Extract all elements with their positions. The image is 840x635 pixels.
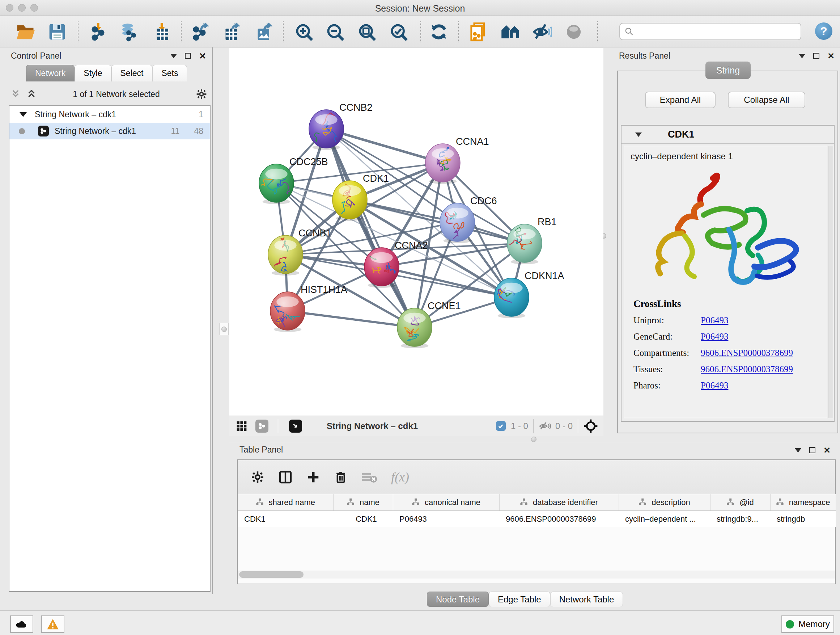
column-header-description[interactable]: description (619, 494, 710, 511)
network-node-CCNB2[interactable] (309, 110, 344, 150)
network-node-CDKN1A[interactable] (494, 278, 529, 318)
network-node-CCNB1[interactable] (268, 235, 303, 278)
collapse-all-networks-icon[interactable] (10, 89, 21, 100)
export-network-button[interactable] (189, 21, 210, 42)
node-table[interactable]: shared namenamecanonical namedatabase id… (238, 494, 836, 527)
column-header-id[interactable]: @id (710, 494, 770, 511)
first-neighbors-button[interactable] (500, 21, 521, 42)
panel-menu-icon[interactable] (795, 448, 801, 453)
column-header-shared-name[interactable]: shared name (238, 494, 333, 511)
tab-edge-table[interactable]: Edge Table (489, 592, 550, 607)
birds-eye-view-icon[interactable] (289, 420, 302, 432)
panel-float-icon[interactable] (809, 447, 815, 453)
memory-button[interactable]: Memory (782, 616, 834, 633)
panel-close-icon[interactable]: ✕ (199, 53, 206, 59)
tab-style[interactable]: Style (74, 65, 111, 81)
network-node-RB1[interactable] (503, 224, 542, 264)
search-box[interactable] (619, 23, 801, 40)
crosslink-link[interactable]: 9606.ENSP00000378699 (701, 364, 793, 374)
table-options-gear-icon[interactable] (251, 470, 264, 484)
crosslink-row: Tissues:9606.ENSP00000378699 (633, 364, 793, 374)
selected-count-checkbox-icon[interactable] (496, 421, 506, 431)
tab-network[interactable]: Network (26, 65, 74, 81)
entry-gene-name: CDK1 (668, 129, 695, 140)
save-session-button[interactable] (47, 21, 68, 42)
network-row-selected[interactable]: String Network – cdk1 11 48 (9, 123, 210, 139)
panel-menu-icon[interactable] (799, 54, 805, 58)
show-all-button[interactable] (563, 21, 584, 42)
column-header-canonical-name[interactable]: canonical name (393, 494, 499, 511)
column-header-namespace[interactable]: namespace (770, 494, 836, 511)
node-label-CCNE1: CCNE1 (428, 301, 461, 311)
search-input[interactable] (634, 27, 789, 36)
crosslink-label: Pharos: (633, 380, 701, 391)
import-string-file-button[interactable] (468, 21, 489, 42)
panel-float-icon[interactable] (813, 53, 819, 59)
expand-all-networks-icon[interactable] (26, 89, 37, 100)
panel-close-icon[interactable]: ✕ (827, 53, 835, 59)
network-options-gear-icon[interactable] (196, 88, 207, 100)
help-button[interactable]: ? (815, 22, 832, 40)
show-column-icon[interactable] (278, 470, 293, 485)
network-node-HIST1H1A[interactable] (270, 292, 305, 332)
crosslink-row: Pharos:P06493 (633, 380, 793, 391)
string-view-icon[interactable] (256, 420, 268, 432)
table-cell: stringdb:9... (710, 511, 770, 527)
export-table-button[interactable] (220, 21, 241, 42)
zoom-in-button[interactable] (294, 21, 314, 42)
column-attribute-icon (726, 498, 734, 506)
import-network-database-button[interactable] (118, 21, 139, 42)
entry-description: cyclin–dependent kinase 1 (630, 151, 827, 162)
tab-network-table[interactable]: Network Table (550, 592, 623, 607)
open-session-button[interactable] (15, 21, 36, 42)
tab-select[interactable]: Select (111, 65, 153, 81)
refresh-button[interactable] (428, 21, 449, 42)
toolbar-separator (283, 21, 284, 42)
table-row[interactable]: CDK1CDK1P064939606.ENSP00000378699cyclin… (238, 511, 836, 527)
left-splitter-handle[interactable] (219, 323, 229, 335)
export-table-icon (221, 22, 240, 42)
string-results-card: Expand All Collapse All CDK1 cyclin–depe… (617, 71, 838, 433)
zoom-fit-button[interactable] (356, 21, 377, 42)
column-header-name[interactable]: name (333, 494, 393, 511)
network-node-CDK1[interactable] (332, 179, 367, 221)
crosslink-link[interactable]: P06493 (701, 380, 728, 391)
delete-column-trash-icon[interactable] (334, 470, 347, 484)
grid-view-icon[interactable] (236, 420, 248, 432)
network-canvas[interactable]: CCNB2CCNA1CDC25BCDK1CDC6RB1CCNB1CCNA2CDK… (229, 48, 603, 416)
node-details-header[interactable]: CDK1 (622, 126, 834, 144)
crosslink-link[interactable]: 9606.ENSP00000378699 (701, 348, 793, 358)
tab-node-table[interactable]: Node Table (427, 592, 489, 607)
import-network-button[interactable] (88, 21, 109, 42)
bottom-splitter-handle[interactable] (527, 437, 540, 442)
warning-icon (47, 618, 59, 630)
network-node-CCNE1[interactable] (397, 308, 432, 348)
tab-string[interactable]: String (706, 62, 751, 79)
warnings-button[interactable] (41, 616, 65, 633)
expand-all-button[interactable]: Expand All (645, 92, 715, 108)
cloud-status-button[interactable] (10, 616, 33, 633)
import-table-button[interactable] (151, 21, 172, 42)
column-header-database-identifier[interactable]: database identifier (499, 494, 619, 511)
zoom-selected-button[interactable] (388, 21, 409, 42)
scrollbar-thumb[interactable] (239, 571, 303, 578)
crosslinks-section: CrossLinks Uniprot:P06493GeneCard:P06493… (633, 298, 793, 397)
crosslink-link[interactable]: P06493 (701, 315, 728, 325)
tab-sets[interactable]: Sets (152, 65, 187, 81)
panel-close-icon[interactable]: ✕ (823, 447, 831, 453)
fit-selected-icon[interactable] (583, 418, 598, 434)
hide-selected-button[interactable] (532, 21, 553, 42)
crosslink-link[interactable]: P06493 (701, 332, 728, 342)
network-node-CCNA1[interactable] (425, 144, 460, 184)
network-collection-row[interactable]: String Network – cdk1 1 (9, 106, 210, 123)
panel-menu-icon[interactable] (171, 54, 177, 58)
collapse-entry-icon[interactable] (635, 133, 642, 137)
table-horizontal-scrollbar[interactable] (238, 570, 835, 578)
collection-expander-icon[interactable] (19, 112, 27, 117)
collapse-all-button[interactable]: Collapse All (728, 92, 805, 108)
results-scrollbar[interactable] (828, 146, 833, 418)
create-column-plus-icon[interactable] (306, 470, 320, 484)
panel-float-icon[interactable] (185, 53, 191, 59)
export-image-button[interactable] (252, 21, 273, 42)
zoom-out-button[interactable] (325, 21, 346, 42)
